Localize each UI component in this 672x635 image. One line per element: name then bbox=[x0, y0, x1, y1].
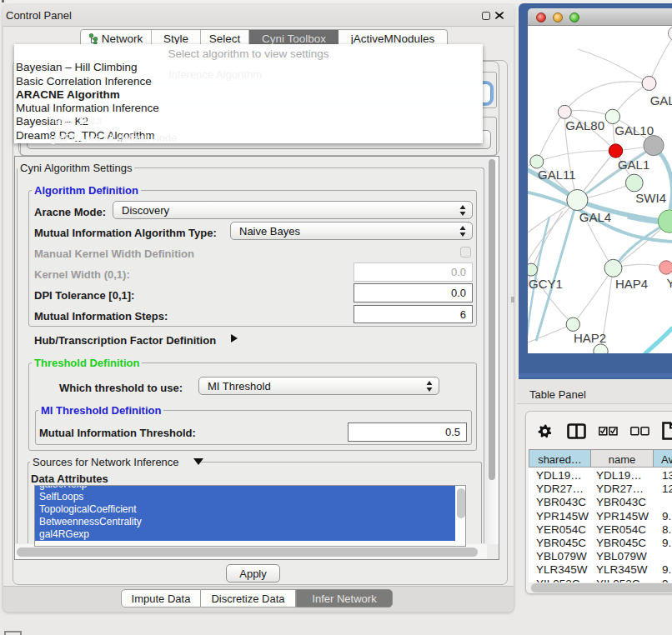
svg-text:GCY1: GCY1 bbox=[529, 277, 563, 291]
svg-text:GAL1: GAL1 bbox=[618, 158, 649, 172]
svg-text:HAP4: HAP4 bbox=[615, 277, 648, 291]
svg-text:GAL11: GAL11 bbox=[538, 168, 576, 182]
svg-text:GAL: GAL bbox=[650, 93, 672, 108]
svg-text:GAL10: GAL10 bbox=[614, 123, 654, 138]
svg-text:SWI4: SWI4 bbox=[635, 191, 666, 205]
svg-text:GAL4: GAL4 bbox=[579, 210, 611, 224]
svg-text:HAP2: HAP2 bbox=[574, 331, 606, 345]
svg-text:GAL80: GAL80 bbox=[565, 118, 604, 132]
svg-text:Y: Y bbox=[667, 276, 672, 290]
